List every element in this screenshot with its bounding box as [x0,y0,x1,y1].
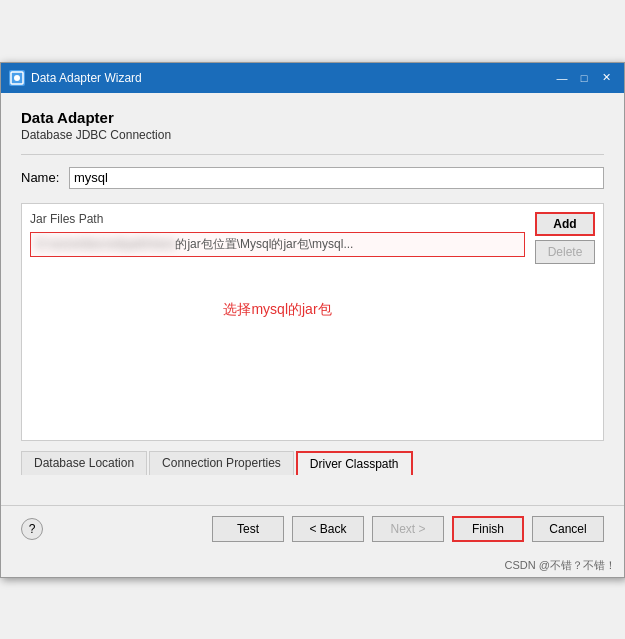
jar-entry[interactable]: D:\some\blurred\path\here的jar包位置\Mysql的j… [30,232,525,257]
delete-button[interactable]: Delete [535,240,595,264]
jar-list-area: D:\some\blurred\path\here的jar包位置\Mysql的j… [30,232,525,432]
tab-driver-classpath[interactable]: Driver Classpath [296,451,413,475]
svg-point-1 [14,75,20,81]
title-controls: — □ ✕ [552,69,616,87]
jar-files-header: Jar Files Path [30,212,595,226]
next-button[interactable]: Next > [372,516,444,542]
test-button[interactable]: Test [212,516,284,542]
watermark: CSDN @不错？不错！ [1,556,624,577]
title-bar-left: Data Adapter Wizard [9,70,142,86]
name-row: Name: [21,167,604,189]
minimize-button[interactable]: — [552,69,572,87]
add-button[interactable]: Add [535,212,595,236]
tab-connection-properties[interactable]: Connection Properties [149,451,294,475]
tabs-row: Database Location Connection Properties … [21,451,604,475]
section-subtitle: Database JDBC Connection [21,128,604,142]
main-content: Data Adapter Database JDBC Connection Na… [1,93,624,491]
window: Data Adapter Wizard — □ ✕ Data Adapter D… [0,62,625,578]
cancel-button[interactable]: Cancel [532,516,604,542]
name-label: Name: [21,170,61,185]
finish-button[interactable]: Finish [452,516,524,542]
jar-files-section: Jar Files Path Add Delete D:\some\blurre… [21,203,604,441]
jar-path-suffix: 的jar包位置\Mysql的jar包\mysql... [175,237,353,251]
help-button[interactable]: ? [21,518,43,540]
top-divider [21,154,604,155]
maximize-button[interactable]: □ [574,69,594,87]
section-title: Data Adapter [21,109,604,126]
tab-database-location[interactable]: Database Location [21,451,147,475]
jar-buttons: Add Delete [535,212,595,264]
title-bar: Data Adapter Wizard — □ ✕ [1,63,624,93]
window-title: Data Adapter Wizard [31,71,142,85]
name-input[interactable] [69,167,604,189]
jar-path-blurred: D:\some\blurred\path\here [36,237,175,251]
footer: ? Test < Back Next > Finish Cancel [1,506,624,556]
back-button[interactable]: < Back [292,516,364,542]
app-icon [9,70,25,86]
close-button[interactable]: ✕ [596,69,616,87]
jar-hint: 选择mysql的jar包 [30,261,525,339]
